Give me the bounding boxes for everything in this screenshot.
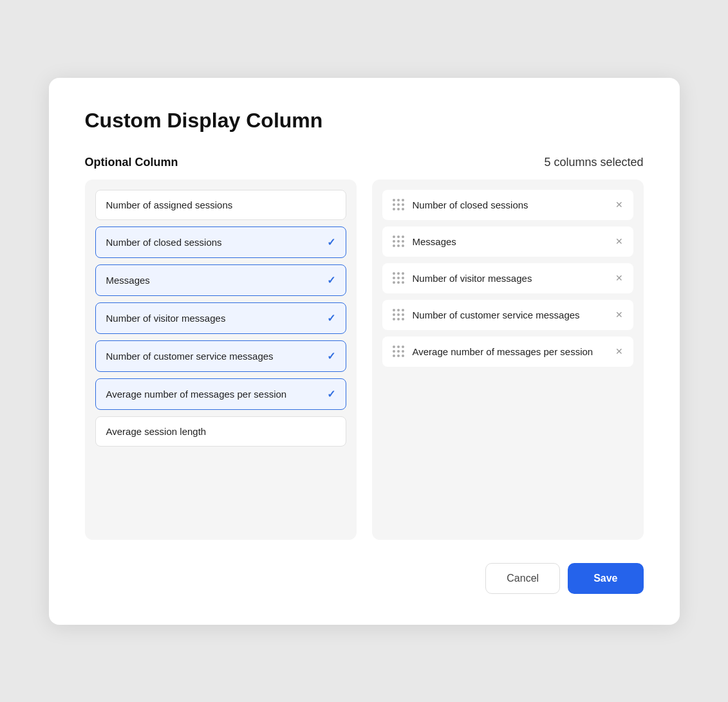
left-item-label: Number of assigned sessions — [106, 199, 233, 210]
section-header: Optional Column 5 columns selected — [85, 156, 644, 169]
remove-button[interactable]: ✕ — [615, 309, 623, 320]
left-item-label: Average session length — [106, 426, 207, 437]
remove-button[interactable]: ✕ — [615, 273, 623, 283]
left-panel: Number of assigned sessionsNumber of clo… — [85, 180, 357, 540]
left-item-label: Number of customer service messages — [106, 351, 274, 362]
drag-icon[interactable] — [393, 236, 405, 248]
right-item-avg_messages: Average number of messages per session✕ — [382, 337, 633, 367]
drag-icon[interactable] — [393, 346, 405, 358]
right-item-messages: Messages✕ — [382, 226, 633, 257]
check-icon: ✓ — [327, 236, 335, 248]
left-item-label: Messages — [106, 275, 150, 286]
left-item-visitor_messages[interactable]: Number of visitor messages✓ — [95, 302, 346, 334]
right-item-cs_messages: Number of customer service messages✕ — [382, 300, 633, 330]
left-item-label: Number of visitor messages — [106, 313, 226, 324]
remove-button[interactable]: ✕ — [615, 346, 623, 356]
right-panel: Number of closed sessions✕Messages✕Numbe… — [372, 180, 644, 540]
check-icon: ✓ — [327, 388, 335, 400]
drag-icon[interactable] — [393, 199, 405, 211]
right-item-label: Number of visitor messages — [413, 273, 532, 284]
left-item-label: Average number of messages per session — [106, 389, 287, 400]
right-list-container: Number of closed sessions✕Messages✕Numbe… — [372, 180, 644, 540]
left-item-label: Number of closed sessions — [106, 237, 222, 248]
right-item-visitor_messages: Number of visitor messages✕ — [382, 263, 633, 293]
cancel-button[interactable]: Cancel — [485, 563, 560, 594]
remove-button[interactable]: ✕ — [615, 199, 623, 210]
check-icon: ✓ — [327, 350, 335, 362]
left-item-cs_messages[interactable]: Number of customer service messages✓ — [95, 340, 346, 372]
left-item-avg_messages[interactable]: Average number of messages per session✓ — [95, 378, 346, 410]
modal-title: Custom Display Column — [85, 109, 644, 133]
drag-icon[interactable] — [393, 272, 405, 284]
footer: Cancel Save — [85, 563, 644, 594]
check-icon: ✓ — [327, 312, 335, 324]
right-item-label: Average number of messages per session — [413, 346, 593, 357]
right-item-closed_sessions: Number of closed sessions✕ — [382, 190, 633, 220]
right-item-label: Number of customer service messages — [413, 309, 580, 320]
selected-count: 5 columns selected — [544, 156, 643, 169]
check-icon: ✓ — [327, 274, 335, 286]
save-button[interactable]: Save — [568, 563, 643, 594]
optional-column-label: Optional Column — [85, 156, 178, 169]
left-item-avg_length[interactable]: Average session length — [95, 416, 346, 447]
custom-display-column-modal: Custom Display Column Optional Column 5 … — [49, 78, 680, 625]
left-item-messages[interactable]: Messages✓ — [95, 264, 346, 296]
left-list-container: Number of assigned sessionsNumber of clo… — [85, 180, 357, 540]
columns-wrapper: Number of assigned sessionsNumber of clo… — [85, 180, 644, 540]
left-item-assigned_sessions[interactable]: Number of assigned sessions — [95, 190, 346, 220]
right-item-label: Messages — [413, 236, 456, 247]
remove-button[interactable]: ✕ — [615, 236, 623, 246]
drag-icon[interactable] — [393, 309, 405, 321]
left-item-closed_sessions[interactable]: Number of closed sessions✓ — [95, 226, 346, 258]
right-item-label: Number of closed sessions — [413, 199, 528, 210]
